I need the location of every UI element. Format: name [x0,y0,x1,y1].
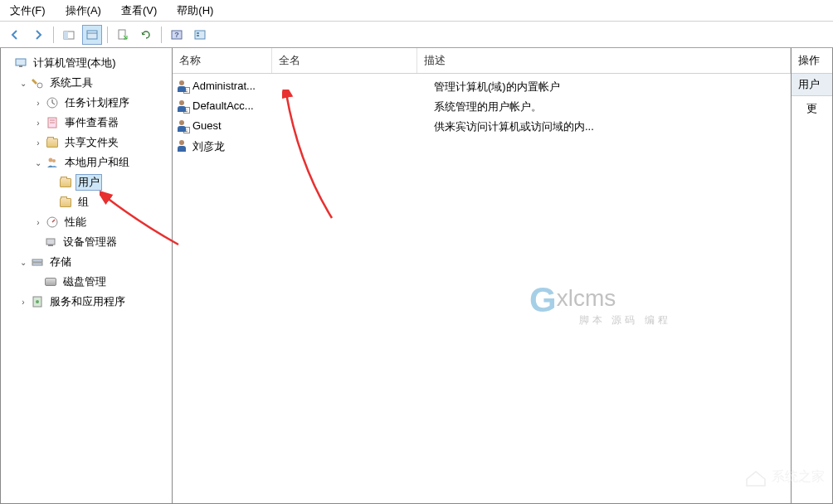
folder-icon [59,196,72,209]
list-row[interactable]: ↓ Administrat... 管理计算机(域)的内置帐户 [173,77,791,97]
user-icon: ↓ [176,80,189,93]
tree-label: 存储 [47,254,74,270]
list-row[interactable]: 刘彦龙 [173,137,791,157]
expand-icon[interactable]: › [32,97,44,109]
tree-label: 计算机管理(本地) [31,55,119,71]
main-area: 计算机管理(本地) ⌄ 系统工具 › 任务计划程序 › 事件查看器 › [0,48,833,504]
toolbar-separator [53,27,54,43]
actions-pane: 操作 用户 更 [792,48,833,504]
column-header-fullname[interactable]: 全名 [272,48,417,73]
tree-shared-folders[interactable]: › 共享文件夹 [2,133,170,153]
computer-icon [14,56,27,70]
watermark: Gxlcms [529,280,616,320]
list-header: 名称 全名 描述 [173,48,791,74]
tree-services-apps[interactable]: › 服务和应用程序 [2,292,170,312]
cell-name: Guest [192,119,289,134]
svg-rect-9 [197,35,199,36]
tree-disk-management[interactable]: 磁盘管理 [2,272,170,292]
watermark-sub: 脚本 源码 编程 [579,313,671,327]
menu-file[interactable]: 文件(F) [0,2,56,20]
svg-rect-11 [19,65,22,67]
show-hide-button[interactable] [59,25,79,45]
tools-icon [31,76,44,90]
list-row[interactable]: ↓ DefaultAcc... 系统管理的用户帐户。 [173,97,791,117]
svg-rect-1 [64,32,68,39]
menubar: 文件(F) 操作(A) 查看(V) 帮助(H) [0,0,833,22]
column-header-desc[interactable]: 描述 [417,48,791,73]
tree-task-scheduler[interactable]: › 任务计划程序 [2,93,170,113]
clock-icon [46,96,59,109]
svg-point-25 [36,300,39,303]
column-header-name[interactable]: 名称 [173,48,272,73]
cell-fullname [289,119,434,134]
svg-point-12 [37,83,42,88]
expand-icon[interactable]: ⌄ [17,77,29,89]
expand-icon[interactable]: › [32,137,44,148]
svg-rect-2 [87,31,97,39]
folder-icon [59,176,72,189]
view-button[interactable] [190,25,210,45]
disk-icon [44,275,57,288]
menu-view[interactable]: 查看(V) [111,2,167,20]
user-icon: ↓ [176,119,189,133]
tree-label: 共享文件夹 [62,134,121,151]
expand-icon[interactable]: ⌄ [17,256,29,268]
menu-action[interactable]: 操作(A) [56,2,111,20]
tree-system-tools[interactable]: ⌄ 系统工具 [2,73,170,93]
expand-icon[interactable]: › [32,117,44,128]
help-button[interactable]: ? [167,25,187,45]
cell-name: Administrat... [192,80,289,94]
forward-button[interactable] [28,25,48,45]
expand-icon[interactable]: ⌄ [32,157,44,168]
svg-rect-10 [16,59,26,65]
performance-icon [46,216,59,229]
back-button[interactable] [5,25,25,45]
cell-fullname [289,99,434,114]
expand-icon[interactable]: › [17,296,29,308]
toolbar-separator [161,27,162,43]
tree-groups[interactable]: 组 [2,192,170,212]
tree-users[interactable]: 用户 [2,172,170,192]
svg-point-18 [52,159,56,162]
expand-icon[interactable]: › [32,216,44,228]
export-button[interactable] [113,25,133,45]
shared-folder-icon [46,136,59,149]
cell-name: DefaultAcc... [192,99,289,114]
cell-desc: 管理计算机(域)的内置帐户 [434,80,787,94]
tree-label: 任务计划程序 [62,94,132,111]
tree-performance[interactable]: › 性能 [2,212,170,232]
svg-rect-23 [32,263,42,265]
menu-help[interactable]: 帮助(H) [167,2,223,20]
tree-storage[interactable]: ⌄ 存储 [2,252,170,272]
list-pane[interactable]: 名称 全名 描述 ↓ Administrat... 管理计算机(域)的内置帐户 … [173,48,792,504]
tree-local-users-groups[interactable]: ⌄ 本地用户和组 [2,153,170,172]
tree-pane[interactable]: 计算机管理(本地) ⌄ 系统工具 › 任务计划程序 › 事件查看器 › [0,48,173,504]
tree-event-viewer[interactable]: › 事件查看器 [2,113,170,133]
actions-more[interactable]: 更 [792,96,832,121]
svg-rect-20 [46,239,55,245]
list-body: ↓ Administrat... 管理计算机(域)的内置帐户 ↓ Default… [173,74,791,160]
device-icon [44,235,57,249]
toolbar: ? [0,22,833,48]
user-icon [176,139,189,153]
svg-point-17 [49,158,53,162]
svg-rect-4 [119,30,125,39]
svg-rect-7 [195,31,205,39]
tree-label: 性能 [62,214,89,230]
refresh-button[interactable] [136,25,156,45]
tree-label: 用户 [76,174,102,191]
watermark-g: G [529,280,557,320]
cell-desc [434,139,787,154]
svg-rect-21 [48,245,53,246]
tree-root[interactable]: 计算机管理(本地) [2,53,170,73]
storage-icon [31,255,44,269]
tree-device-manager[interactable]: 设备管理器 [2,232,170,252]
properties-button[interactable] [82,25,102,45]
users-icon [46,156,59,169]
tree-label: 服务和应用程序 [47,293,128,310]
cell-desc: 供来宾访问计算机或访问域的内... [434,119,787,134]
actions-section[interactable]: 用户 [792,74,832,96]
actions-header: 操作 [792,48,832,74]
user-icon: ↓ [176,99,189,113]
list-row[interactable]: ↓ Guest 供来宾访问计算机或访问域的内... [173,117,791,137]
